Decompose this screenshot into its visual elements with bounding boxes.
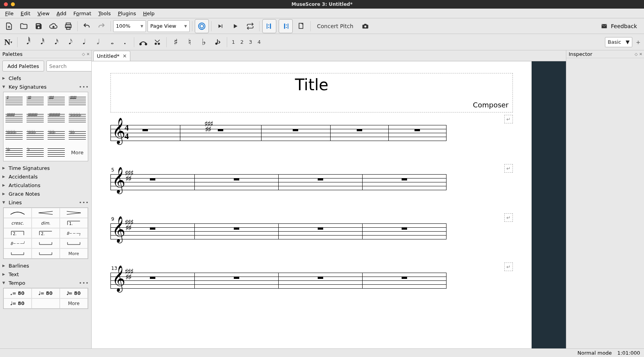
lines-more-button[interactable]: More	[60, 248, 88, 259]
treble-clef[interactable]: 𝄞	[112, 218, 125, 241]
barline[interactable]	[110, 223, 111, 239]
duration-16th[interactable]: 𝅘𝅥𝅯	[49, 36, 60, 49]
keysig-b-major[interactable]: ♯♯♯♯♯	[4, 109, 25, 127]
open-file-button[interactable]	[17, 20, 30, 33]
pan-button[interactable]	[295, 20, 308, 33]
system-break-icon[interactable]: ↵	[504, 262, 513, 271]
line-volta-2[interactable]: 2.	[4, 228, 32, 238]
duration-8th[interactable]: 𝅘𝅥𝅮	[63, 36, 75, 49]
inspector-close-icon[interactable]: ✕	[639, 52, 642, 56]
key-signature[interactable]: ♯♯♯ ♯♯	[125, 220, 133, 230]
rewind-button[interactable]	[214, 20, 227, 33]
keysig-e-major[interactable]: ♯♯♯♯	[67, 92, 88, 109]
tie-button[interactable]	[137, 36, 149, 49]
whole-rest[interactable]	[318, 277, 323, 279]
line-volta-1[interactable]: 1.	[60, 218, 88, 228]
line-crescendo-hairpin[interactable]	[32, 208, 60, 218]
keysig-aflat-major[interactable]: ♭♭♭♭	[46, 127, 67, 144]
menu-edit[interactable]: Edit	[17, 9, 34, 18]
barline[interactable]	[446, 223, 447, 239]
view-mode-combo[interactable]: Page View▼	[148, 20, 190, 32]
keysig-eflat-major[interactable]: ♭♭♭	[67, 127, 88, 144]
loop-button[interactable]	[244, 20, 257, 33]
line-pedal-2[interactable]	[60, 238, 88, 248]
tempo-more-button[interactable]: More	[60, 298, 88, 309]
staff-system[interactable]: 𝄞44♯♯♯ ♯♯	[110, 125, 513, 141]
flat-button[interactable]: ♭	[198, 36, 210, 49]
whole-rest[interactable]	[415, 129, 420, 131]
voice-1-button[interactable]: 1	[230, 39, 237, 45]
system-break-icon[interactable]: ↵	[504, 164, 513, 173]
treble-clef[interactable]: 𝄞	[112, 267, 125, 290]
save-button[interactable]	[32, 20, 45, 33]
score-composer[interactable]: Composer	[115, 101, 509, 109]
key-signature[interactable]: ♯♯♯ ♯♯	[125, 170, 133, 181]
line-pedal-3[interactable]	[4, 248, 32, 259]
keysig-d-major[interactable]: ♯♯	[25, 92, 46, 109]
whole-rest[interactable]	[357, 129, 362, 131]
natural-button[interactable]: ♮	[184, 36, 196, 49]
time-signature[interactable]: 44	[125, 123, 129, 141]
palette-item-time-signatures[interactable]: ▶Time Signatures	[0, 164, 91, 172]
line-dim-text[interactable]: dim.	[32, 218, 60, 228]
voice-3-button[interactable]: 3	[247, 39, 254, 45]
whole-rest[interactable]	[218, 129, 223, 131]
play-button[interactable]	[229, 20, 242, 33]
tempo-half-80[interactable]: 𝅗 = 80	[4, 288, 32, 298]
barline[interactable]	[278, 223, 279, 239]
flip-button[interactable]	[212, 36, 224, 49]
metronome-button[interactable]	[195, 19, 209, 33]
staff-system[interactable]: 5𝄞♯♯♯ ♯♯	[110, 174, 513, 190]
line-pedal-4[interactable]	[32, 248, 60, 259]
score-title[interactable]: Title	[115, 76, 509, 94]
redo-button[interactable]	[95, 20, 108, 33]
duration-whole[interactable]: 𝅝	[105, 36, 117, 49]
menu-plugins[interactable]: Plugins	[114, 9, 140, 18]
palettes-search-input[interactable]	[46, 61, 92, 71]
key-signature[interactable]: ♯♯♯ ♯♯	[204, 121, 212, 132]
line-volta-2-open[interactable]: 2.	[32, 228, 60, 238]
barline[interactable]	[194, 273, 195, 289]
print-button[interactable]	[62, 20, 75, 33]
barline[interactable]	[446, 125, 447, 141]
voice-2-button[interactable]: 2	[239, 39, 245, 45]
palette-item-grace-notes[interactable]: ▶Grace Notes	[0, 189, 91, 198]
barline[interactable]	[180, 125, 180, 141]
palette-item-key-signatures[interactable]: ▼Key Signatures•••	[0, 82, 91, 91]
document-tab[interactable]: Untitled* ✕	[93, 51, 130, 61]
whole-rest[interactable]	[402, 227, 407, 230]
key-signature[interactable]: ♯♯♯ ♯♯	[125, 269, 133, 280]
whole-rest[interactable]	[318, 227, 323, 230]
whole-rest[interactable]	[150, 277, 155, 279]
treble-clef[interactable]: 𝄞	[112, 169, 125, 191]
line-pedal-1[interactable]	[32, 238, 60, 248]
new-file-button[interactable]	[2, 20, 16, 33]
treble-clef[interactable]: 𝄞	[112, 120, 125, 142]
system-break-icon[interactable]: ↵	[504, 115, 513, 123]
barline[interactable]	[110, 273, 111, 289]
keysig-f-major[interactable]: ♭	[25, 144, 46, 161]
line-8vb[interactable]: 8─ ─ ─┘	[4, 238, 32, 248]
barline[interactable]	[261, 125, 262, 141]
whole-rest[interactable]	[318, 178, 323, 180]
camera-button[interactable]	[359, 20, 372, 33]
zoom-combo[interactable]: 100%▼	[113, 20, 146, 32]
menu-tools[interactable]: Tools	[95, 9, 114, 18]
barline[interactable]	[446, 273, 447, 289]
whole-rest[interactable]	[142, 129, 148, 131]
palette-item-lines[interactable]: ▼Lines•••	[0, 198, 91, 207]
whole-rest[interactable]	[234, 227, 239, 230]
menu-add[interactable]: Add	[53, 9, 70, 18]
keysig-a-major[interactable]: ♯♯♯	[46, 92, 67, 109]
barline[interactable]	[110, 125, 111, 141]
barline[interactable]	[362, 273, 363, 289]
whole-rest[interactable]	[402, 178, 407, 180]
loop-out-button[interactable]	[279, 19, 293, 33]
tempo-dotted-80[interactable]: 𝅘𝅥 = 80	[4, 298, 32, 309]
add-workspace-button[interactable]: +	[635, 37, 642, 47]
score-viewport[interactable]: Title Composer ↵𝄞44♯♯♯ ♯♯↵5𝄞♯♯♯ ♯♯↵9𝄞♯♯♯…	[92, 61, 566, 348]
add-palettes-button[interactable]: Add Palettes	[2, 61, 44, 71]
palette-item-clefs[interactable]: ▶Clefs	[0, 74, 91, 82]
loop-in-button[interactable]	[262, 19, 276, 33]
keysig-c-major[interactable]	[46, 144, 67, 161]
